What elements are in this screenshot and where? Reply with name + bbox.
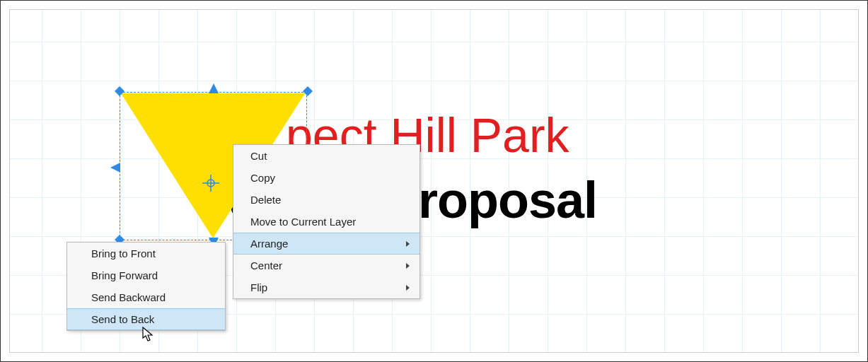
menu-item-label: Center: [250, 259, 282, 272]
menu-item-cut[interactable]: Cut: [233, 145, 419, 167]
submenu-item-label: Bring Forward: [91, 269, 158, 281]
svg-marker-3: [110, 163, 120, 173]
menu-item-label: Cut: [250, 150, 267, 162]
arrange-submenu[interactable]: Bring to Front Bring Forward Send Backwa…: [66, 242, 226, 331]
selection-handle-top-right[interactable]: [303, 86, 313, 96]
submenu-item-send-to-back[interactable]: Send to Back: [67, 308, 225, 330]
menu-item-label: Flip: [250, 281, 267, 293]
menu-item-label: Delete: [250, 194, 281, 206]
menu-item-label: Arrange: [250, 238, 288, 250]
menu-item-arrange[interactable]: Arrange: [233, 233, 419, 255]
submenu-arrow-icon: [406, 263, 410, 269]
menu-item-copy[interactable]: Copy: [233, 167, 419, 189]
submenu-item-send-backward[interactable]: Send Backward: [67, 286, 225, 308]
submenu-item-bring-forward[interactable]: Bring Forward: [67, 264, 225, 286]
drawing-canvas[interactable]: pect Hill Park seating proposal: [9, 9, 859, 353]
menu-item-delete[interactable]: Delete: [233, 189, 419, 211]
menu-item-label: Move to Current Layer: [250, 216, 356, 228]
menu-item-move-to-current-layer[interactable]: Move to Current Layer: [233, 211, 419, 233]
submenu-arrow-icon: [406, 241, 410, 247]
menu-item-flip[interactable]: Flip: [233, 276, 419, 298]
selection-handle-top-mid[interactable]: [209, 83, 219, 93]
svg-marker-2: [303, 86, 313, 96]
selection-handle-mid-left[interactable]: [110, 163, 120, 173]
svg-marker-1: [209, 83, 219, 93]
submenu-item-label: Send Backward: [91, 291, 166, 303]
submenu-item-label: Bring to Front: [91, 247, 156, 259]
submenu-item-label: Send to Back: [91, 313, 154, 325]
submenu-item-bring-to-front[interactable]: Bring to Front: [67, 243, 225, 264]
menu-item-center[interactable]: Center: [233, 255, 419, 276]
selection-handle-top-left[interactable]: [115, 86, 125, 96]
submenu-arrow-icon: [406, 285, 410, 291]
menu-item-label: Copy: [250, 172, 275, 184]
rotation-center-icon[interactable]: [202, 175, 219, 192]
context-menu[interactable]: Cut Copy Delete Move to Current Layer Ar…: [233, 144, 420, 299]
svg-marker-0: [115, 86, 125, 96]
